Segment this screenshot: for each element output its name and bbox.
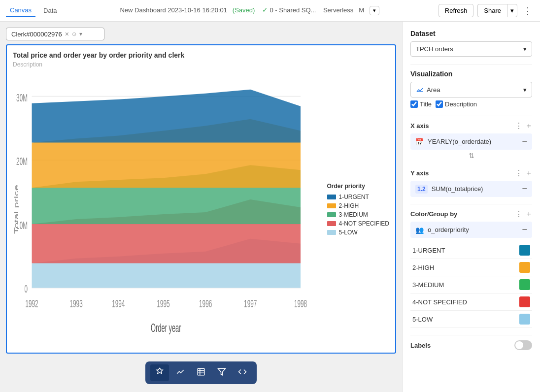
toolbar-filter-button[interactable] bbox=[212, 364, 231, 381]
db-badge: ✓ 0 - Shared SQ... bbox=[262, 6, 318, 14]
dataset-section: Dataset TPCH orders ▾ bbox=[410, 30, 532, 57]
code-icon bbox=[238, 367, 247, 376]
x-axis-sort-icon: ⇅ bbox=[410, 150, 532, 162]
toolbar-panel bbox=[145, 361, 257, 384]
title-checkbox[interactable] bbox=[410, 100, 418, 108]
divider-1 bbox=[410, 65, 532, 65]
compute-label: Serverless bbox=[323, 6, 353, 14]
x-axis-field: YEARLY(o_orderdate) bbox=[428, 138, 491, 145]
color-entry-label-urgent: 1-URGENT bbox=[412, 247, 445, 254]
title-checkbox-label: Title bbox=[420, 100, 432, 108]
legend-item-high: 2-HIGH bbox=[327, 202, 389, 209]
labels-label: Labels bbox=[410, 342, 431, 349]
visualization-dropdown[interactable]: Area ▾ bbox=[410, 82, 532, 98]
color-group-field-inner: 👥 o_orderpriority bbox=[415, 226, 469, 234]
area-chart-icon bbox=[416, 86, 424, 94]
x-axis-label: X axis bbox=[410, 122, 429, 130]
color-swatch-medium[interactable] bbox=[519, 279, 530, 290]
viz-dropdown-icon: ▾ bbox=[523, 86, 527, 94]
y-axis-more-button[interactable]: ⋮ bbox=[514, 168, 524, 178]
add-icon bbox=[155, 367, 164, 376]
filter-tag[interactable]: Clerk#000002976 × ⊙ ▾ bbox=[6, 28, 104, 40]
compute-dropdown[interactable]: ▾ bbox=[370, 6, 379, 15]
svg-text:1995: 1995 bbox=[157, 297, 169, 310]
color-group-field: o_orderpriority bbox=[428, 226, 469, 233]
labels-toggle[interactable] bbox=[514, 340, 532, 350]
toolbar-code-button[interactable] bbox=[233, 364, 252, 381]
color-entry-low: 5-LOW bbox=[410, 311, 532, 328]
color-entry-label-low: 5-LOW bbox=[412, 316, 433, 323]
chart-description: Description bbox=[13, 61, 389, 68]
group-icon: 👥 bbox=[415, 226, 424, 234]
color-group-remove-button[interactable]: − bbox=[522, 225, 527, 235]
legend-title: Order priority bbox=[327, 183, 389, 190]
color-swatch-urgent[interactable] bbox=[519, 245, 530, 256]
area-chart-svg: 30M 20M 10M 0 Total price bbox=[13, 72, 319, 347]
svg-text:30M: 30M bbox=[16, 92, 28, 104]
x-axis-add-button[interactable]: + bbox=[526, 121, 532, 131]
color-swatch-high[interactable] bbox=[519, 262, 530, 273]
refresh-button[interactable]: Refresh bbox=[439, 4, 474, 17]
color-swatch-low[interactable] bbox=[519, 314, 530, 325]
color-group-field-item: 👥 o_orderpriority − bbox=[410, 222, 532, 238]
dataset-label: Dataset bbox=[410, 30, 532, 37]
chart-container: Total price and order year by order prio… bbox=[6, 44, 396, 354]
share-button-group: Share ▾ bbox=[477, 4, 517, 17]
color-swatch-not-specified[interactable] bbox=[519, 296, 530, 307]
svg-text:1994: 1994 bbox=[112, 297, 125, 310]
y-axis-remove-button[interactable]: − bbox=[522, 184, 527, 194]
y-axis-field-inner: 1.2 SUM(o_totalprice) bbox=[415, 185, 483, 194]
color-entry-medium: 3-MEDIUM bbox=[410, 276, 532, 294]
dataset-value: TPCH orders bbox=[416, 45, 453, 53]
legend-label-not-specified: 4-NOT SPECIFIED bbox=[339, 220, 389, 227]
color-entry-label-medium: 3-MEDIUM bbox=[412, 281, 444, 289]
tab-canvas[interactable]: Canvas bbox=[6, 4, 35, 17]
visualization-section: Visualization Area ▾ Title Description bbox=[410, 70, 532, 108]
svg-text:1998: 1998 bbox=[294, 297, 307, 310]
share-caret-button[interactable]: ▾ bbox=[507, 4, 517, 17]
legend-item-urgent: 1-URGENT bbox=[327, 194, 389, 200]
color-entry-not-specified: 4-NOT SPECIFIED bbox=[410, 294, 532, 311]
description-checkbox[interactable] bbox=[436, 100, 443, 108]
x-axis-remove-button[interactable]: − bbox=[522, 136, 527, 147]
legend-item-not-specified: 4-NOT SPECIFIED bbox=[327, 220, 389, 227]
legend-label-urgent: 1-URGENT bbox=[339, 194, 369, 200]
tab-data[interactable]: Data bbox=[39, 5, 61, 16]
x-axis-field-inner: 📅 YEARLY(o_orderdate) bbox=[415, 138, 491, 146]
visualization-label: Visualization bbox=[410, 70, 532, 78]
legend-label-low: 5-LOW bbox=[339, 229, 358, 236]
filter-dropdown-icon[interactable]: ▾ bbox=[79, 31, 82, 37]
table-icon bbox=[197, 367, 205, 376]
legend-label-high: 2-HIGH bbox=[339, 202, 359, 209]
toolbar-add-button[interactable] bbox=[150, 364, 169, 381]
filter-clear-button[interactable]: × bbox=[65, 30, 69, 38]
color-group-add-button[interactable]: + bbox=[526, 209, 532, 219]
description-checkbox-label: Description bbox=[445, 100, 477, 108]
chart-legend: Order priority 1-URGENT 2-HIGH 3-MEDIUM bbox=[319, 72, 389, 347]
color-group-header: Color/Group by ⋮ + bbox=[410, 209, 532, 219]
svg-marker-13 bbox=[32, 90, 301, 143]
divider-3 bbox=[410, 204, 532, 204]
x-axis-more-button[interactable]: ⋮ bbox=[514, 121, 524, 131]
dataset-dropdown[interactable]: TPCH orders ▾ bbox=[410, 41, 532, 57]
numeric-type-icon: 1.2 bbox=[415, 185, 428, 194]
y-axis-add-button[interactable]: + bbox=[526, 168, 532, 178]
viz-checkboxes: Title Description bbox=[410, 100, 532, 108]
svg-rect-22 bbox=[198, 368, 204, 375]
toolbar-table-button[interactable] bbox=[192, 364, 210, 381]
color-group-actions: ⋮ + bbox=[514, 209, 532, 219]
check-icon: ✓ bbox=[262, 6, 268, 14]
color-entries: 1-URGENT 2-HIGH 3-MEDIUM 4-NOT SPECIFIED… bbox=[410, 242, 532, 328]
legend-color-high bbox=[327, 203, 336, 208]
x-axis-actions: ⋮ + bbox=[514, 121, 532, 131]
header-actions: Refresh Share ▾ ⋮ bbox=[439, 3, 534, 18]
toolbar-chart-button[interactable] bbox=[171, 364, 190, 381]
color-entry-high: 2-HIGH bbox=[410, 259, 532, 276]
share-main-button[interactable]: Share bbox=[477, 4, 507, 17]
divider-4 bbox=[410, 335, 532, 335]
canvas-area: Clerk#000002976 × ⊙ ▾ Total price and or… bbox=[0, 22, 402, 392]
x-axis-header: X axis ⋮ + bbox=[410, 121, 532, 131]
more-options-button[interactable]: ⋮ bbox=[521, 3, 534, 18]
color-group-more-button[interactable]: ⋮ bbox=[514, 209, 524, 219]
visualization-value: Area bbox=[427, 86, 440, 94]
